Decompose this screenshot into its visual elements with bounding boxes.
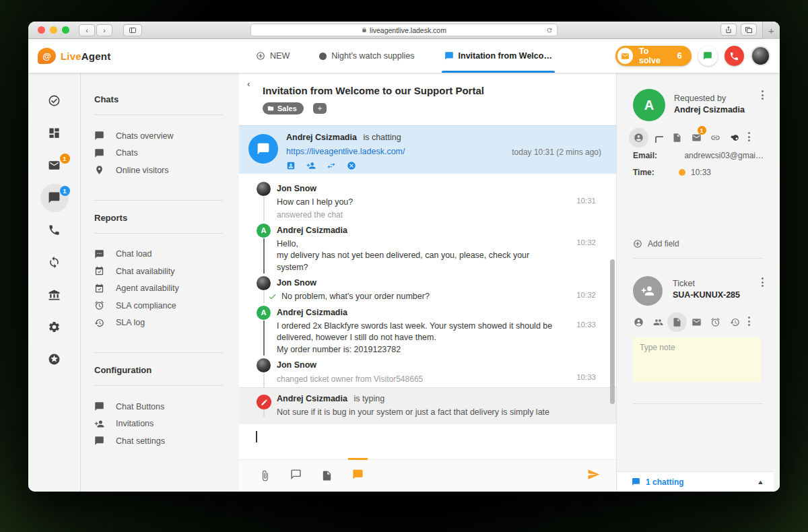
tab-invitation[interactable]: Invitation from Welco…: [444, 39, 552, 73]
ticket-sla-tab[interactable]: [710, 317, 721, 328]
rail-item-calls[interactable]: [41, 224, 68, 236]
chat-message: Jon Snow 10:33 changed ticket owner from…: [239, 358, 616, 387]
liveagent-logo[interactable]: @ LiveAgent: [38, 48, 193, 64]
requester-card: A Requested by Andrej Csizmadia: [633, 89, 780, 114]
nav-item-invitations[interactable]: Invitations: [94, 415, 239, 433]
rail-item-to-solve[interactable]: [41, 94, 68, 107]
agent-avatar[interactable]: [751, 46, 770, 66]
chatting-count: 1 chatting: [646, 477, 684, 487]
chat-mode-tab[interactable]: [352, 469, 364, 483]
message-author: Jon Snow: [277, 182, 596, 195]
nav-item-label: Agent availability: [116, 284, 179, 293]
requester-menu-button[interactable]: [762, 90, 764, 102]
browser-forward-button[interactable]: ›: [96, 24, 112, 36]
note-input[interactable]: [633, 337, 761, 382]
note-icon[interactable]: [321, 470, 333, 481]
nav-item-chat-settings[interactable]: Chat settings: [94, 432, 239, 450]
rail-item-chats[interactable]: 1: [41, 191, 68, 204]
scrollbar[interactable]: [610, 73, 615, 492]
chat-status-button[interactable]: [698, 46, 718, 66]
chevron-up-icon[interactable]: ▲: [757, 479, 764, 486]
nav-item-chats[interactable]: Chats: [94, 145, 239, 162]
share-icon: [725, 26, 733, 34]
phone-button[interactable]: [725, 46, 744, 66]
nav-item-sla-compliance[interactable]: SLA compliance: [94, 297, 239, 314]
sidebar-toggle-button[interactable]: [123, 24, 142, 36]
calendar-check-icon: [94, 284, 104, 294]
ticket-menu-button[interactable]: [762, 277, 764, 289]
close-window-button[interactable]: [38, 26, 45, 34]
nav-item-chats-overview[interactable]: Chats overview: [94, 127, 239, 145]
nav-item-label: Chats overview: [116, 131, 173, 141]
contact-card-icon[interactable]: [286, 161, 296, 170]
ticket-people-tab[interactable]: [652, 317, 664, 328]
nav-item-label: SLA log: [116, 318, 145, 327]
typing-text: Not sure if it is bug in your system or …: [263, 407, 616, 417]
tickets-tab[interactable]: 1: [691, 132, 702, 143]
scrollbar-thumb[interactable]: [610, 259, 615, 404]
mailchimp-tab[interactable]: [729, 132, 741, 143]
browser-back-button[interactable]: ‹: [79, 24, 95, 36]
ticket-mail-tab[interactable]: [691, 317, 702, 328]
message-list[interactable]: Jon Snow 10:31 How can I help you? answe…: [239, 174, 616, 387]
reload-icon[interactable]: [546, 27, 553, 34]
nav-item-chat-buttons[interactable]: Chat Buttons: [94, 398, 239, 415]
ticket-notes-tab[interactable]: [671, 317, 683, 328]
ticket-history-tab[interactable]: [729, 317, 741, 328]
tab-nights-watch-supplies[interactable]: Night's watch supplies: [319, 39, 414, 73]
address-bar[interactable]: liveagentlive.ladesk.com: [250, 24, 558, 36]
add-tag-button[interactable]: [313, 103, 327, 114]
rail-item-academy[interactable]: [41, 288, 68, 301]
rail-item-starred[interactable]: [41, 353, 68, 366]
more-actions-button[interactable]: [748, 132, 750, 143]
mail-badge: 1: [698, 126, 706, 135]
divider: [94, 200, 223, 201]
nav-item-chat-availability[interactable]: Chat availability: [94, 263, 239, 280]
message-author: Jon Snow: [277, 358, 596, 372]
rail-item-dashboard[interactable]: [41, 127, 68, 139]
rail-item-settings[interactable]: [41, 321, 68, 333]
rail-item-tickets[interactable]: 1: [41, 159, 68, 172]
end-chat-icon[interactable]: [347, 161, 356, 170]
card-tab[interactable]: [652, 132, 664, 143]
contact-tab[interactable]: [633, 132, 644, 143]
share-button[interactable]: [720, 24, 737, 36]
invite-agent-icon[interactable]: [306, 161, 316, 170]
chats-badge: 1: [60, 186, 70, 196]
composer-toolbar: [239, 459, 616, 492]
to-solve-button[interactable]: To solve 6: [615, 46, 692, 66]
nav-item-label: Invitations: [116, 419, 154, 428]
chatting-footer[interactable]: 1 chatting ▲: [617, 471, 774, 492]
visitor-url-link[interactable]: https://liveagentlive.ladesk.com/: [286, 147, 405, 156]
nav-item-chat-load[interactable]: Chat load: [94, 246, 239, 263]
minimize-window-button[interactable]: [50, 26, 57, 34]
divider: [633, 403, 764, 404]
nav-item-label: Chat availability: [116, 267, 175, 276]
tab-overview-button[interactable]: [741, 24, 757, 36]
alarm-icon: [710, 317, 720, 327]
notes-tab[interactable]: [671, 132, 683, 143]
ticket-contact-tab[interactable]: [633, 317, 644, 328]
send-button[interactable]: [587, 468, 600, 484]
transfer-chat-icon[interactable]: [327, 161, 336, 170]
zoom-window-button[interactable]: [62, 26, 69, 34]
canned-message-icon[interactable]: [290, 469, 302, 480]
message-system-note: changed ticket owner from Visitor548665: [277, 373, 596, 385]
tag-sales[interactable]: Sales: [263, 102, 304, 114]
add-field-button[interactable]: Add field: [633, 239, 780, 248]
nav-item-sla-log[interactable]: SLA log: [94, 314, 239, 332]
attachment-icon[interactable]: [259, 470, 271, 481]
back-button[interactable]: ‹: [247, 79, 250, 89]
message-input[interactable]: [239, 424, 616, 459]
nav-item-online-visitors[interactable]: Online visitors: [94, 162, 239, 179]
message-text: Hello,: [277, 238, 596, 251]
new-tab-button[interactable]: +: [762, 22, 780, 39]
link-tab[interactable]: [710, 132, 721, 143]
rail-item-sync[interactable]: [41, 256, 68, 269]
tabs-icon: [745, 26, 753, 34]
tab-new[interactable]: NEW: [256, 39, 290, 73]
link-icon: [710, 133, 720, 143]
ticket-more-button[interactable]: [748, 317, 750, 328]
nav-item-agent-availability[interactable]: Agent availability: [94, 280, 239, 298]
nav-item-label: Chat settings: [116, 436, 165, 446]
